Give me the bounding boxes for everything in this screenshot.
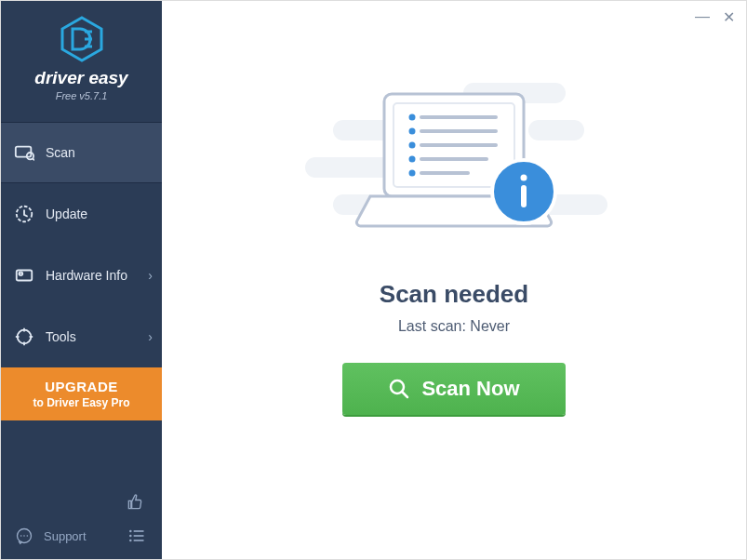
brand-name: driver easy bbox=[1, 68, 162, 88]
svg-point-34 bbox=[409, 156, 416, 163]
support-icon bbox=[14, 526, 34, 546]
svg-point-30 bbox=[409, 128, 416, 135]
tools-icon bbox=[14, 327, 34, 347]
svg-point-22 bbox=[129, 535, 132, 538]
sidebar-item-label: Update bbox=[46, 207, 87, 221]
last-scan-text: Last scan: Never bbox=[398, 318, 510, 335]
svg-rect-40 bbox=[521, 185, 527, 207]
chevron-right-icon: › bbox=[148, 268, 153, 283]
sidebar: driver easy Free v5.7.1 Scan Update i Ha… bbox=[1, 1, 162, 559]
sidebar-nav: Scan Update i Hardware Info › Tools › UP… bbox=[1, 122, 162, 420]
svg-marker-0 bbox=[62, 18, 101, 60]
menu-list-icon[interactable] bbox=[127, 526, 147, 546]
svg-line-6 bbox=[33, 158, 34, 160]
search-icon bbox=[388, 378, 410, 400]
svg-text:i: i bbox=[20, 272, 21, 276]
svg-point-19 bbox=[27, 535, 29, 537]
scan-heading: Scan needed bbox=[380, 280, 528, 309]
sidebar-item-label: Scan bbox=[46, 145, 75, 160]
svg-rect-8 bbox=[17, 271, 33, 281]
svg-point-28 bbox=[409, 114, 416, 121]
svg-point-24 bbox=[129, 540, 132, 542]
svg-point-36 bbox=[409, 170, 416, 177]
svg-point-11 bbox=[18, 330, 32, 344]
sidebar-item-scan[interactable]: Scan bbox=[1, 122, 162, 183]
bottom-icons bbox=[1, 487, 162, 518]
hardware-info-icon: i bbox=[14, 265, 34, 286]
update-icon bbox=[14, 204, 34, 224]
sidebar-item-label: Hardware Info bbox=[46, 268, 127, 283]
sidebar-bottom: Support bbox=[1, 487, 162, 559]
upgrade-button[interactable]: UPGRADE to Driver Easy Pro bbox=[1, 367, 162, 420]
svg-point-20 bbox=[129, 530, 132, 533]
chevron-right-icon: › bbox=[148, 329, 153, 344]
svg-point-17 bbox=[20, 535, 22, 537]
svg-point-18 bbox=[23, 535, 25, 537]
app-logo-icon bbox=[59, 16, 105, 62]
brand-area: driver easy Free v5.7.1 bbox=[1, 1, 162, 111]
sidebar-item-support[interactable]: Support bbox=[1, 518, 162, 559]
scan-icon bbox=[14, 142, 34, 163]
svg-point-39 bbox=[521, 175, 527, 181]
content: Scan needed Last scan: Never Scan Now bbox=[162, 1, 746, 559]
svg-line-42 bbox=[402, 392, 407, 397]
thumbs-up-icon[interactable] bbox=[125, 492, 145, 513]
scan-illustration bbox=[333, 75, 575, 261]
window-controls: — ✕ bbox=[695, 8, 735, 26]
sidebar-item-update[interactable]: Update bbox=[1, 183, 162, 245]
svg-point-32 bbox=[409, 142, 416, 149]
main-area: — ✕ bbox=[162, 1, 746, 559]
close-button[interactable]: ✕ bbox=[723, 8, 735, 26]
brand-version: Free v5.7.1 bbox=[1, 90, 162, 101]
minimize-button[interactable]: — bbox=[695, 8, 710, 26]
sidebar-item-label: Tools bbox=[46, 329, 76, 344]
upgrade-title: UPGRADE bbox=[7, 379, 156, 394]
scan-now-button[interactable]: Scan Now bbox=[342, 363, 566, 415]
sidebar-item-hardware-info[interactable]: i Hardware Info › bbox=[1, 245, 162, 306]
support-label: Support bbox=[44, 529, 87, 543]
svg-rect-4 bbox=[16, 147, 32, 157]
sidebar-item-tools[interactable]: Tools › bbox=[1, 306, 162, 367]
scan-button-label: Scan Now bbox=[421, 377, 519, 401]
upgrade-subtitle: to Driver Easy Pro bbox=[7, 396, 156, 409]
